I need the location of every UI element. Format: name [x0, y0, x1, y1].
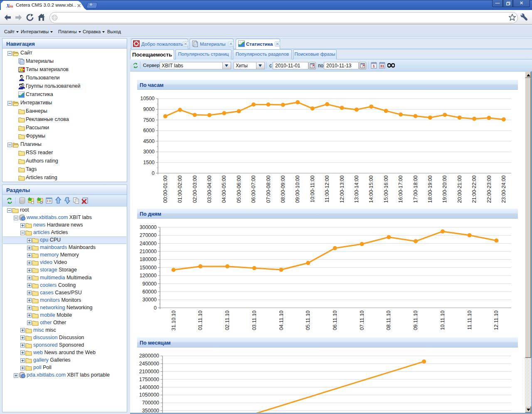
svg-text:13:00-14:00: 13:00-14:00 [354, 175, 360, 203]
svg-text:2800000: 2800000 [139, 353, 159, 359]
svg-text:2450000: 2450000 [139, 361, 159, 367]
svg-text:31: 31 [380, 64, 384, 68]
svg-text:02:00-03:00: 02:00-03:00 [192, 175, 198, 203]
svg-text:08:00-09:00: 08:00-09:00 [280, 175, 286, 203]
svg-text:07.11.10: 07.11.10 [359, 310, 365, 330]
svg-text:240000: 240000 [140, 241, 157, 246]
svg-text:22:00-23:00: 22:00-23:00 [486, 175, 492, 203]
svg-text:bit: bit [9, 4, 13, 8]
svg-text:1750000: 1750000 [139, 377, 159, 382]
svg-text:31.10.10: 31.10.10 [171, 310, 177, 330]
svg-text:6000: 6000 [143, 128, 155, 133]
svg-text:0: 0 [152, 170, 155, 176]
svg-text:270000: 270000 [140, 232, 157, 238]
svg-text:12:00-13:00: 12:00-13:00 [339, 175, 345, 203]
svg-text:120000: 120000 [140, 273, 157, 278]
svg-text:60000: 60000 [143, 289, 157, 295]
svg-text:7500: 7500 [143, 117, 155, 123]
svg-text:04.11.10: 04.11.10 [278, 310, 284, 330]
svg-text:01:00-02:00: 01:00-02:00 [177, 175, 183, 203]
svg-text:11.11.10: 11.11.10 [467, 310, 473, 330]
svg-text:180000: 180000 [140, 256, 157, 262]
svg-text:18:00-19:00: 18:00-19:00 [427, 175, 433, 203]
svg-text:10500: 10500 [140, 96, 155, 101]
svg-text:11:00-12:00: 11:00-12:00 [324, 175, 330, 202]
svg-text:00:00-01:00: 00:00-01:00 [163, 175, 168, 203]
svg-text:300000: 300000 [140, 224, 157, 230]
svg-text:23:00-24:00: 23:00-24:00 [501, 175, 507, 203]
svg-text:21:00-22:00: 21:00-22:00 [471, 175, 477, 203]
svg-text:14:00-15:00: 14:00-15:00 [368, 175, 374, 203]
svg-text:2100000: 2100000 [139, 369, 159, 375]
svg-text:09:00-10:00: 09:00-10:00 [295, 175, 300, 203]
svg-text:1: 1 [373, 64, 375, 68]
svg-text:05:00-06:00: 05:00-06:00 [236, 175, 242, 203]
svg-text:19:00-20:00: 19:00-20:00 [442, 175, 448, 203]
svg-text:10:00-11:00: 10:00-11:00 [310, 175, 315, 202]
svg-text:4500: 4500 [143, 138, 155, 144]
svg-text:0: 0 [154, 305, 157, 311]
svg-text:20:00-21:00: 20:00-21:00 [457, 175, 463, 203]
svg-text:16:00-17:00: 16:00-17:00 [398, 175, 404, 203]
svg-text:210000: 210000 [140, 249, 157, 254]
svg-text:10.11.10: 10.11.10 [440, 310, 446, 330]
svg-text:08.11.10: 08.11.10 [386, 310, 392, 330]
svg-text:3000: 3000 [143, 149, 155, 155]
svg-text:90000: 90000 [143, 281, 157, 287]
svg-text:350000: 350000 [142, 408, 159, 413]
svg-text:17:00-18:00: 17:00-18:00 [413, 175, 419, 203]
svg-text:03:00-04:00: 03:00-04:00 [207, 175, 212, 203]
svg-text:15:00-16:00: 15:00-16:00 [383, 175, 389, 203]
svg-text:1050000: 1050000 [139, 392, 159, 398]
svg-text:09.11.10: 09.11.10 [413, 310, 419, 330]
svg-text:1400000: 1400000 [139, 384, 159, 390]
svg-text:30000: 30000 [143, 297, 157, 303]
svg-text:06.11.10: 06.11.10 [332, 310, 338, 330]
svg-text:01.11.10: 01.11.10 [197, 310, 203, 330]
svg-text:05.11.10: 05.11.10 [305, 310, 311, 330]
svg-text:700000: 700000 [142, 400, 159, 406]
svg-text:07:00-08:00: 07:00-08:00 [266, 175, 271, 203]
svg-text:06:00-07:00: 06:00-07:00 [251, 175, 256, 203]
svg-text:12.11.10: 12.11.10 [493, 310, 499, 330]
svg-text:04:00-05:00: 04:00-05:00 [221, 175, 227, 203]
svg-text:150000: 150000 [140, 265, 157, 271]
svg-text:1500: 1500 [143, 160, 155, 165]
svg-text:9000: 9000 [143, 106, 155, 112]
svg-text:02.11.10: 02.11.10 [224, 310, 230, 330]
svg-text:03.11.10: 03.11.10 [251, 310, 257, 330]
